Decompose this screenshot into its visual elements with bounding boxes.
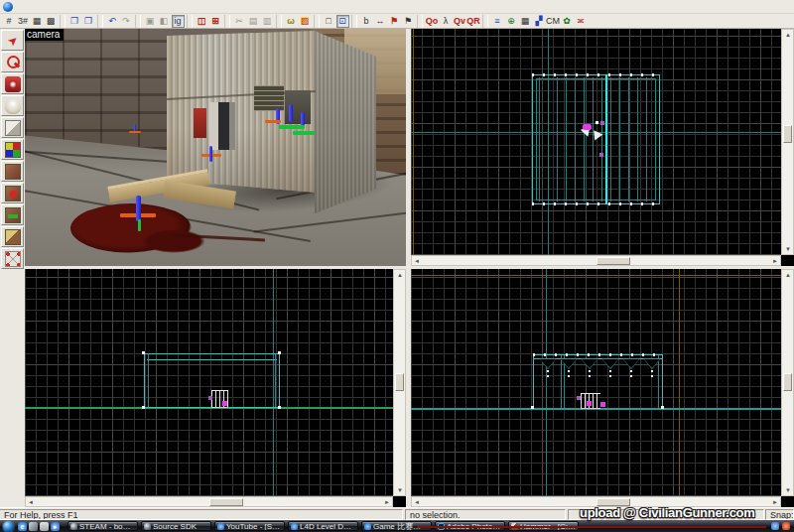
entity-tool[interactable] [1, 95, 24, 116]
select-mode-button[interactable]: ≡ [491, 15, 504, 28]
texture-lock-button[interactable]: ω [285, 15, 298, 28]
quicklaunch-ie-icon[interactable] [18, 522, 27, 531]
viewport-front-vscroll[interactable]: ▲▼ [393, 269, 406, 496]
toolbar-separator [135, 15, 141, 28]
clipping-tool[interactable] [1, 226, 24, 247]
toggle-3d-grid-button[interactable]: 3# [17, 15, 30, 28]
flag-red-button[interactable]: ⚑ [388, 15, 401, 28]
entity-selection-handle[interactable] [583, 124, 592, 130]
viewport-top-hscroll[interactable]: ◄► [411, 255, 781, 266]
ie-icon [291, 523, 298, 530]
save-window-state-button[interactable]: ❐ [82, 15, 95, 28]
entity-selection-handle[interactable] [587, 401, 592, 406]
steam-icon [144, 523, 151, 530]
menu-edit[interactable] [30, 0, 42, 14]
cut-button[interactable]: ✂ [233, 15, 246, 28]
apply-current-texture-tool[interactable] [1, 161, 24, 182]
viewport-front-grid[interactable] [25, 269, 393, 496]
smaller-grid-button[interactable]: ▦ [31, 15, 44, 28]
viewport-3d-camera[interactable]: camera [25, 29, 406, 266]
show-all-button[interactable]: QR [467, 15, 480, 28]
ignore-groups-button[interactable]: ig [172, 15, 185, 28]
viewport-top[interactable]: ▲▼ ◄► [411, 29, 794, 266]
viewport-front-hscroll[interactable]: ◄► [25, 496, 393, 507]
viewport-side-vscroll[interactable]: ▲▼ [781, 269, 794, 496]
entity-selection-handle[interactable] [222, 401, 227, 406]
toggle-detail-button[interactable]: ◧ [158, 15, 171, 28]
toggle-group-button[interactable]: ▣ [144, 15, 157, 28]
quicklaunch-mail-icon[interactable] [40, 522, 49, 531]
magnify-tool[interactable] [1, 52, 24, 72]
menu-file[interactable] [18, 0, 30, 14]
menu-window[interactable] [77, 0, 89, 14]
ie-icon [364, 523, 371, 530]
measure-button[interactable]: ≍ [575, 15, 588, 28]
menu-tools[interactable] [66, 0, 77, 14]
connections-button[interactable]: ↔ [374, 15, 387, 28]
paste-button[interactable]: ▥ [261, 15, 274, 28]
entity-handle[interactable] [599, 153, 603, 157]
texture-application-tool[interactable] [1, 139, 24, 160]
menu-items [18, 0, 101, 14]
status-snap-text: Snap: Of [765, 509, 794, 520]
displacement-button[interactable]: ▞ [533, 15, 546, 28]
run-map-button[interactable]: ⊕ [505, 15, 518, 28]
tool-icon [5, 55, 21, 70]
apply-decals-tool[interactable] [1, 183, 24, 203]
toolbar-separator [482, 15, 488, 28]
taskbar-youtube[interactable]: YouTube - [Sourc... [214, 521, 285, 531]
make-hollow-button[interactable]: ⊞ [209, 15, 222, 28]
entity-report-button[interactable]: ▦ [519, 15, 532, 28]
entity-helpers-button[interactable]: b [360, 15, 373, 28]
viewport-top-grid[interactable] [411, 29, 781, 255]
cordon-button[interactable]: CM [547, 15, 560, 28]
copy-button[interactable]: ▤ [247, 15, 260, 28]
status-help-text: For Help, press F1 [0, 509, 403, 520]
tray-network-icon[interactable] [771, 522, 779, 530]
menu-map[interactable] [42, 0, 54, 14]
start-button[interactable] [3, 521, 14, 532]
entity-handle[interactable] [600, 121, 604, 125]
auto-visgroup-button[interactable]: λ [440, 15, 453, 28]
redo-button[interactable]: ↷ [120, 15, 133, 28]
viewport-side[interactable]: ▲▼ ◄► [411, 269, 794, 507]
viewport-side-grid[interactable] [411, 269, 781, 496]
viewport-front[interactable]: ▲▼ ◄► [25, 269, 406, 507]
carve-button[interactable]: ◫ [196, 15, 208, 28]
tool-icon [5, 33, 21, 49]
menu-help[interactable] [89, 0, 101, 14]
camera-tool[interactable] [1, 73, 24, 94]
viewport-top-vscroll[interactable]: ▲▼ [781, 29, 794, 255]
larger-grid-button[interactable]: ▩ [45, 15, 58, 28]
corrugated-shack-side [315, 29, 376, 219]
axis-gizmo-blue [289, 104, 293, 122]
taskbar-source-sdk[interactable]: Source SDK [141, 521, 211, 531]
taskbar-l4d-level-design[interactable]: L4D Level Design... [288, 521, 358, 531]
snap-to-grid-button[interactable]: # [3, 15, 16, 28]
entity-handle[interactable] [208, 396, 212, 400]
magnify-selection-button[interactable]: ⊡ [336, 15, 349, 28]
blood-gizmo-blue [136, 196, 141, 221]
sprinkle-button[interactable]: ✿ [561, 15, 574, 28]
vertex-dots-top [533, 353, 664, 356]
texture-application-button[interactable]: ▨ [299, 15, 312, 28]
entity-selection-handle[interactable] [600, 402, 605, 407]
tool-icon [5, 186, 21, 201]
quicklaunch-media-player-icon[interactable] [51, 522, 60, 531]
block-tool[interactable] [1, 117, 24, 138]
taskbar-steam[interactable]: STEAM - bonzonie [67, 521, 138, 531]
hide-unselected-button[interactable]: Qv [454, 15, 466, 28]
quicklaunch-show-desktop-icon[interactable] [29, 522, 38, 531]
poster-sign [254, 85, 284, 111]
vertex-manipulation-tool[interactable] [1, 248, 24, 269]
menu-view[interactable] [54, 0, 66, 14]
selection-tool[interactable] [1, 30, 24, 51]
load-window-state-button[interactable]: ❐ [68, 15, 81, 28]
select-box-button[interactable]: □ [323, 15, 335, 28]
tray-alert-icon[interactable] [782, 522, 790, 530]
undo-button[interactable]: ↶ [106, 15, 119, 28]
overlay-tool[interactable] [1, 204, 24, 225]
flag-dark-button[interactable]: ⚑ [402, 15, 415, 28]
entity-handle[interactable] [577, 396, 581, 400]
hide-selected-button[interactable]: Qo [426, 15, 439, 28]
